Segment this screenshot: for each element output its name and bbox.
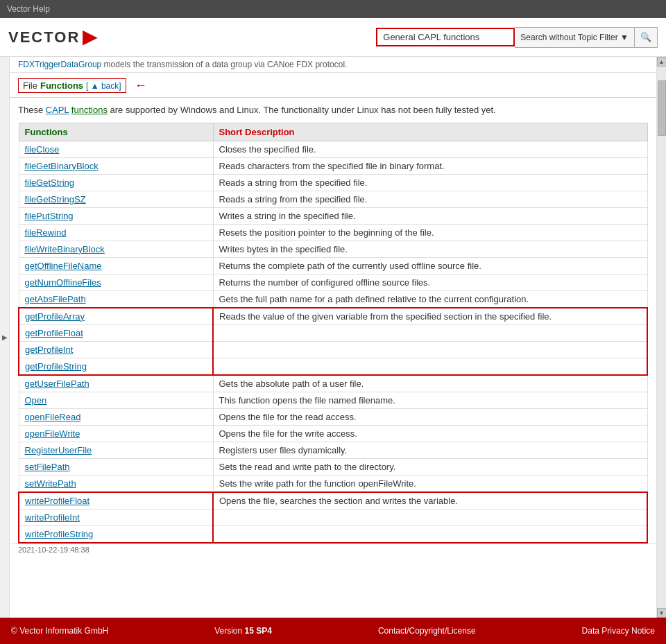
- func-link[interactable]: writeProfileInt: [25, 512, 80, 523]
- func-link[interactable]: fileGetString: [25, 177, 75, 188]
- table-row: filePutStringWrites a string in the spec…: [19, 207, 647, 224]
- func-link[interactable]: fileWriteBinaryBlock: [25, 244, 105, 254]
- func-link[interactable]: getProfileArray: [25, 311, 85, 322]
- desc-cell: Gets the full path name for a path defin…: [213, 290, 647, 308]
- scroll-down-button[interactable]: ▼: [657, 608, 667, 618]
- logo-container: VECTOR ▶: [8, 26, 96, 48]
- func-link[interactable]: writeProfileString: [25, 529, 93, 539]
- func-cell: getProfileArray: [19, 308, 213, 325]
- func-cell: writeProfileInt: [19, 509, 213, 525]
- desc-cell: Returns the complete path of the current…: [213, 257, 647, 274]
- func-link[interactable]: writeProfileFloat: [25, 496, 89, 506]
- logo-text: VECTOR: [8, 28, 80, 46]
- func-link[interactable]: getUserFilePath: [25, 378, 89, 389]
- func-cell: getOfflineFileName: [19, 257, 213, 274]
- desc-cell: Opens the file for the read access.: [213, 408, 647, 425]
- func-link[interactable]: fileGetStringSZ: [25, 194, 86, 204]
- func-cell: fileClose: [19, 141, 213, 157]
- functions-table: Functions Short Description fileCloseClo…: [18, 123, 648, 543]
- nav-arrow[interactable]: ▶: [2, 333, 8, 341]
- func-cell: fileRewind: [19, 224, 213, 241]
- search-button[interactable]: 🔍: [635, 27, 658, 48]
- desc-cell: Resets the position pointer to the begin…: [213, 224, 647, 241]
- func-link[interactable]: getNumOfflineFiles: [25, 277, 101, 288]
- func-link[interactable]: setFilePath: [25, 462, 70, 472]
- scroll-thumb[interactable]: [658, 80, 666, 136]
- func-cell: openFileRead: [19, 408, 213, 425]
- func-link[interactable]: filePutString: [25, 211, 74, 221]
- desc-cell: [213, 525, 647, 543]
- title-bar: Vector Help: [0, 0, 666, 18]
- func-cell: openFileWrite: [19, 425, 213, 442]
- table-row: fileCloseCloses the specified file.: [19, 141, 647, 157]
- func-link[interactable]: fileGetBinaryBlock: [25, 161, 99, 171]
- footer-privacy[interactable]: Data Privacy Notice: [582, 626, 655, 636]
- func-link[interactable]: openFileWrite: [25, 428, 80, 439]
- capl-link[interactable]: CAPL: [46, 105, 69, 115]
- desc-cell: Gets the absolute path of a user file.: [213, 375, 647, 392]
- desc-cell: This function opens the file named filen…: [213, 392, 647, 408]
- func-cell: getProfileFloat: [19, 324, 213, 341]
- title-bar-label: Vector Help: [7, 4, 50, 14]
- intro-text: These CAPL functions are supported by Wi…: [10, 98, 656, 123]
- func-link[interactable]: fileClose: [25, 144, 60, 155]
- scroll-up-button[interactable]: ▲: [657, 57, 667, 67]
- func-link[interactable]: getAbsFilePath: [25, 294, 86, 304]
- func-link[interactable]: Open: [25, 395, 47, 406]
- table-row: setFilePathSets the read and write path …: [19, 458, 647, 475]
- table-row: setWritePathSets the write path for the …: [19, 475, 647, 492]
- header: VECTOR ▶ Search without Topic Filter ▼ 🔍: [0, 18, 666, 57]
- search-filter-dropdown[interactable]: Search without Topic Filter ▼: [515, 27, 635, 48]
- table-row: writeProfileString: [19, 525, 647, 543]
- func-cell: getNumOfflineFiles: [19, 274, 213, 290]
- functions-label: Functions: [40, 80, 83, 91]
- func-link[interactable]: getProfileInt: [25, 345, 73, 355]
- func-link[interactable]: openFileRead: [25, 412, 81, 422]
- desc-cell: Sets the read and write path to the dire…: [213, 458, 647, 475]
- scroll-track[interactable]: [657, 67, 667, 608]
- top-link[interactable]: FDXTriggerDataGroup: [18, 60, 101, 69]
- desc-cell: Reads characters from the specified file…: [213, 157, 647, 174]
- func-link[interactable]: getOfflineFileName: [25, 261, 102, 271]
- top-link-desc-text: models the transmission of a data group …: [104, 60, 348, 69]
- intro-after: are supported by Windows and Linux. The …: [108, 105, 496, 115]
- func-link[interactable]: RegisterUserFile: [25, 445, 92, 455]
- header-right: Search without Topic Filter ▼ 🔍: [376, 27, 658, 48]
- func-cell: writeProfileFloat: [19, 492, 213, 510]
- desc-cell: Registers user files dynamically.: [213, 442, 647, 458]
- page-header: File Functions [ ▲ back] ←: [10, 73, 656, 98]
- func-link[interactable]: fileRewind: [25, 227, 67, 238]
- func-cell: fileWriteBinaryBlock: [19, 241, 213, 257]
- func-cell: Open: [19, 392, 213, 408]
- table-row: getNumOfflineFilesReturns the number of …: [19, 274, 647, 290]
- right-scrollbar[interactable]: ▲ ▼: [656, 57, 666, 618]
- table-row: writeProfileFloatOpens the file, searche…: [19, 492, 647, 510]
- func-cell: RegisterUserFile: [19, 442, 213, 458]
- desc-cell: Returns the number of configured offline…: [213, 274, 647, 290]
- footer-contact[interactable]: Contact/Copyright/License: [378, 626, 476, 636]
- functions-link-intro[interactable]: functions: [71, 105, 108, 115]
- desc-cell: Closes the specified file.: [213, 141, 647, 157]
- func-link[interactable]: setWritePath: [25, 478, 76, 489]
- desc-cell: Writes bytes in the specified file.: [213, 241, 647, 257]
- table-row: getProfileFloat: [19, 324, 647, 341]
- logo-arrow: ▶: [83, 26, 96, 48]
- desc-cell: [213, 341, 647, 358]
- search-input[interactable]: [376, 28, 515, 46]
- content-area[interactable]: FDXTriggerDataGroup models the transmiss…: [10, 57, 656, 618]
- left-nav: ▶: [0, 57, 10, 618]
- table-row: fileGetBinaryBlockReads characters from …: [19, 157, 647, 174]
- red-arrow-icon: ←: [135, 78, 147, 93]
- desc-cell: Reads a string from the specified file.: [213, 174, 647, 191]
- func-cell: getUserFilePath: [19, 375, 213, 392]
- back-link[interactable]: [ ▲ back]: [86, 81, 121, 91]
- func-link[interactable]: getProfileString: [25, 361, 87, 372]
- func-link[interactable]: getProfileFloat: [25, 328, 83, 338]
- desc-cell: [213, 324, 647, 341]
- search-icon: 🔍: [640, 32, 651, 42]
- table-row: getProfileArrayReads the value of the gi…: [19, 308, 647, 325]
- table-row: openFileWriteOpens the file for the writ…: [19, 425, 647, 442]
- table-row: writeProfileInt: [19, 509, 647, 525]
- func-cell: getProfileString: [19, 358, 213, 375]
- func-cell: getProfileInt: [19, 341, 213, 358]
